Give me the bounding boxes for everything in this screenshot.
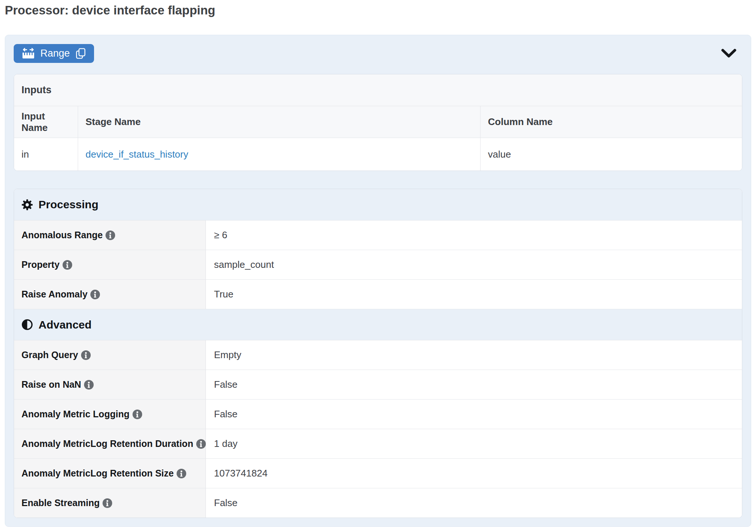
setting-label: Property [21,259,60,270]
setting-value: 1 day [206,429,742,458]
setting-value: True [206,280,742,309]
settings-card: Processing Anomalous Range ≥ 6 Property [14,189,742,518]
setting-label-cell: Enable Streaming [14,488,206,518]
info-icon[interactable] [81,350,91,360]
page-title: Processor: device interface flapping [5,2,751,18]
section-title: Advanced [39,319,91,331]
column-header-stage-name: Stage Name [78,106,480,138]
setting-value: ≥ 6 [206,220,742,250]
info-icon[interactable] [90,290,100,299]
collapse-panel-button[interactable] [721,49,736,58]
info-icon[interactable] [177,469,186,478]
setting-label: Raise on NaN [21,379,81,390]
setting-row: Anomaly MetricLog Retention Size 1073741… [14,458,742,488]
setting-label-cell: Raise on NaN [14,370,206,399]
column-header-column-name: Column Name [480,106,742,138]
setting-value: False [206,488,742,518]
table-row: in device_if_status_history value [14,138,742,171]
setting-row: Anomalous Range ≥ 6 [14,220,742,250]
setting-label-cell: Anomalous Range [14,220,206,250]
inputs-table-title: Inputs [14,74,742,106]
setting-label: Raise Anomaly [21,289,87,300]
half-circle-icon [21,319,33,330]
setting-label-cell: Anomaly Metric Logging [14,400,206,429]
setting-label-cell: Anomaly MetricLog Retention Size [14,459,206,488]
setting-label: Anomaly Metric Logging [21,409,130,420]
setting-label: Anomaly MetricLog Retention Duration [21,438,193,449]
inputs-table-body: in device_if_status_history value [14,138,742,171]
info-icon[interactable] [63,260,72,270]
setting-label-cell: Graph Query [14,340,206,370]
section-header-advanced: Advanced [14,309,742,340]
info-icon[interactable] [84,380,94,390]
setting-value: False [206,370,742,399]
chevron-down-icon [721,54,736,59]
setting-row: Anomaly MetricLog Retention Duration 1 d… [14,429,742,458]
setting-label-cell: Property [14,250,206,279]
setting-row: Anomaly Metric Logging False [14,399,742,429]
setting-label: Graph Query [21,350,78,360]
setting-row: Enable Streaming False [14,488,742,518]
setting-row: Graph Query Empty [14,340,742,370]
setting-value: Empty [206,340,742,370]
setting-value: False [206,400,742,429]
gear-icon [21,199,33,211]
setting-value: 1073741824 [206,459,742,488]
column-header-input-name: Input Name [14,106,78,138]
section-title: Processing [39,198,98,211]
inputs-table: Inputs Input Name Stage Name Column Name… [14,74,742,171]
setting-row: Raise on NaN False [14,370,742,399]
processor-panel: Range Inputs Input Name [5,35,751,527]
info-icon[interactable] [103,498,112,508]
setting-label: Anomalous Range [21,230,103,240]
copy-icon[interactable] [75,47,86,60]
info-icon[interactable] [106,230,115,240]
setting-row: Property sample_count [14,250,742,279]
info-icon[interactable] [133,410,142,419]
setting-label-cell: Raise Anomaly [14,280,206,309]
panel-header: Range [14,44,742,63]
info-icon[interactable] [196,439,206,449]
setting-label-cell: Anomaly MetricLog Retention Duration [14,429,206,458]
input-name-cell: in [14,138,78,171]
setting-label: Enable Streaming [21,498,100,508]
range-icon [21,47,35,60]
column-name-cell: value [480,138,742,171]
setting-value: sample_count [206,250,742,279]
setting-row: Raise Anomaly True [14,279,742,309]
stage-type-label: Range [40,48,70,59]
section-header-processing: Processing [14,189,742,220]
stage-name-link[interactable]: device_if_status_history [86,149,188,160]
page: Processor: device interface flapping [0,0,756,532]
setting-label: Anomaly MetricLog Retention Size [21,468,174,479]
stage-type-button[interactable]: Range [14,44,94,63]
inputs-table-header-row: Input Name Stage Name Column Name [14,106,742,138]
